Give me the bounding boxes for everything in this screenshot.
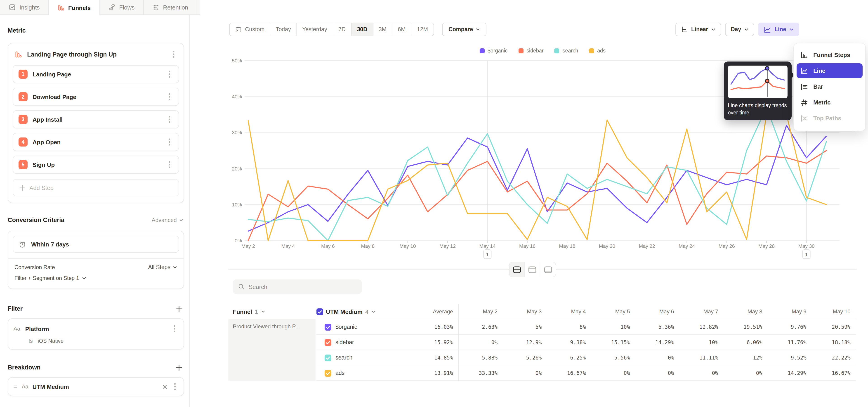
date-column-header[interactable]: May 7 [680, 308, 723, 315]
menu-item-funnel-steps[interactable]: Funnel Steps [797, 48, 863, 62]
layout-table-button[interactable] [540, 262, 556, 277]
drag-handle-icon[interactable] [13, 384, 18, 389]
series-checkbox[interactable] [324, 323, 331, 330]
add-step-button[interactable]: Add Step [13, 179, 179, 196]
date-column-header[interactable]: May 3 [503, 308, 547, 315]
tab-flows[interactable]: Flows [100, 0, 144, 14]
all-steps-dropdown[interactable]: All Steps [148, 264, 177, 271]
date-column-header[interactable]: May 5 [591, 308, 636, 315]
series-checkbox[interactable] [324, 339, 331, 346]
chart-type-dropdown[interactable]: Line [758, 23, 799, 36]
menu-item-top-paths[interactable]: Top Paths [797, 111, 863, 126]
compare-button[interactable]: Compare [442, 23, 487, 36]
range-label: 30D [357, 26, 367, 33]
date-column-header[interactable]: May 4 [547, 308, 591, 315]
select-all-checkbox[interactable] [316, 308, 323, 315]
conversion-window-button[interactable]: Within 7 days [13, 236, 179, 253]
step-label: App Open [33, 138, 161, 146]
funnel-chart-icon [14, 51, 22, 58]
range-today[interactable]: Today [270, 23, 297, 36]
average-column-header[interactable]: Average [433, 308, 453, 315]
legend-label: $organic [488, 48, 507, 53]
series-checkbox[interactable] [324, 354, 331, 361]
funnel-step-row[interactable]: 5 Sign Up [13, 156, 179, 174]
search-input[interactable] [233, 279, 362, 294]
tab-funnels[interactable]: Funnels [49, 0, 100, 15]
legend-item[interactable]: ads [589, 48, 606, 53]
chart-legend: $organicsidebarsearchads [228, 48, 857, 53]
range-30d[interactable]: 30D [351, 23, 373, 36]
range-3m[interactable]: 3M [373, 23, 393, 36]
range-custom[interactable]: Custom [230, 23, 270, 36]
table-cell: 18.18% [812, 339, 856, 345]
kebab-menu-icon[interactable] [171, 324, 178, 334]
range-7d[interactable]: 7D [333, 23, 351, 36]
kebab-menu-icon[interactable] [170, 49, 177, 59]
layout-chart-button[interactable] [525, 262, 540, 277]
layout-split-button[interactable] [509, 262, 525, 277]
add-filter-button[interactable] [176, 306, 182, 312]
menu-item-line[interactable]: Line [797, 63, 863, 78]
series-checkbox[interactable] [324, 370, 331, 376]
breakdown-property[interactable]: UTM Medium [32, 383, 158, 390]
layout-toggle-group [509, 262, 556, 277]
granularity-label: Day [731, 26, 741, 33]
legend-item[interactable]: sidebar [518, 48, 544, 53]
funnel-column-dropdown[interactable]: Funnel 1 [228, 308, 316, 315]
tooltip-text: Line charts display trends over time. [728, 102, 787, 116]
legend-item[interactable]: $organic [479, 48, 507, 53]
date-column-header[interactable]: May 8 [723, 308, 768, 315]
funnel-step-row[interactable]: 3 App Install [13, 111, 179, 128]
kebab-menu-icon[interactable] [166, 115, 173, 124]
kebab-menu-icon[interactable] [166, 160, 173, 169]
tab-retention[interactable]: Retention [144, 0, 197, 14]
tooltip-mini-chart [728, 66, 787, 98]
date-column-header[interactable]: May 2 [459, 308, 503, 315]
range-12m[interactable]: 12M [412, 23, 434, 36]
search-icon [238, 283, 245, 290]
breakdown-column-label[interactable]: UTM Medium [326, 308, 363, 315]
filter-value[interactable]: iOS Native [38, 338, 64, 344]
filter-operator[interactable]: Is [29, 338, 33, 344]
funnel-step-row[interactable]: 1 Landing Page [13, 65, 179, 83]
advanced-dropdown[interactable]: Advanced [152, 217, 184, 223]
line-chart-tooltip: Line charts display trends over time. [724, 62, 792, 120]
menu-item-metric[interactable]: Metric [797, 95, 863, 110]
funnel-metric-header[interactable]: Landing Page through Sign Up [8, 43, 184, 65]
filter-property[interactable]: Platform [25, 325, 166, 332]
funnel-step-row[interactable]: 4 App Open [13, 133, 179, 151]
legend-swatch [518, 48, 523, 53]
funnel-step-row[interactable]: 2 Download Page [13, 88, 179, 106]
remove-breakdown-icon[interactable] [162, 384, 167, 389]
kebab-menu-icon[interactable] [166, 137, 173, 147]
average-value: 16.03% [434, 324, 453, 330]
kebab-menu-icon[interactable] [166, 69, 173, 79]
scale-dropdown[interactable]: Linear [675, 23, 721, 36]
menu-item-bar[interactable]: Bar [797, 79, 863, 94]
add-breakdown-button[interactable] [176, 364, 182, 371]
table-row: ads13.91%33.33%0%16.67%0%0%0%0%14.29%16.… [316, 366, 856, 381]
range-6m[interactable]: 6M [393, 23, 412, 36]
date-column-header[interactable]: May 10 [812, 308, 856, 315]
breakdown-card[interactable]: Aa UTM Medium [8, 377, 184, 396]
kebab-menu-icon[interactable] [166, 92, 173, 102]
x-axis-label: May 22 [639, 243, 655, 249]
series-name: ads [336, 370, 344, 376]
granularity-dropdown[interactable]: Day [725, 23, 754, 36]
menu-item-label: Metric [813, 99, 831, 106]
filter-segment-dropdown[interactable]: Filter + Segment on Step 1 [13, 271, 179, 287]
legend-label: ads [597, 48, 606, 53]
kebab-menu-icon[interactable] [171, 382, 179, 392]
range-yesterday[interactable]: Yesterday [297, 23, 333, 36]
row-group-cell[interactable]: Product Viewed through P... [228, 319, 315, 381]
range-label: 7D [338, 26, 346, 33]
date-column-header[interactable]: May 6 [636, 308, 680, 315]
x-axis-label: May 12 [439, 243, 456, 249]
table-cell: 6.06% [723, 339, 768, 345]
legend-item[interactable]: search [555, 48, 578, 53]
tab-insights[interactable]: Insights [0, 0, 49, 14]
table-cell: 0% [636, 370, 680, 376]
date-column-header[interactable]: May 9 [768, 308, 812, 315]
series-line-search[interactable] [248, 107, 827, 241]
tab-label: Funnels [68, 4, 91, 11]
